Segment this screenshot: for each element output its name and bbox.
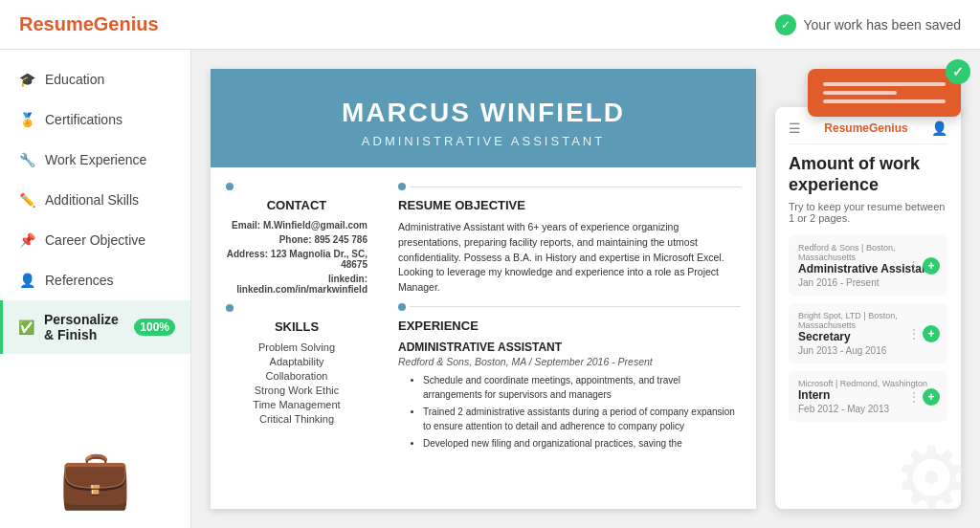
- saved-check-icon: ✓: [775, 14, 796, 35]
- more-options-icon-1[interactable]: ⋮: [907, 258, 921, 274]
- exp-bullet-3: Developed new filing and organizational …: [423, 436, 741, 451]
- additional-skills-icon: ✏️: [18, 191, 35, 209]
- resume-left-column: CONTACT Email: M.Winfield@gmail.com Phon…: [211, 167, 383, 469]
- job-entry-1[interactable]: Redford & Sons | Boston, Massachusetts A…: [789, 235, 947, 296]
- personalize-finish-icon: ✅: [18, 319, 34, 336]
- exp-bullet-1: Schedule and coordinate meetings, appoin…: [423, 373, 741, 402]
- exp-bullet-2: Trained 2 administrative assistants duri…: [423, 405, 741, 433]
- briefcase-icon: 💼: [15, 445, 175, 513]
- linkedin-item: linkedin: linkedin.com/in/markwinfield: [226, 274, 368, 295]
- skill-2: Adaptability: [226, 356, 368, 367]
- sidebar-bottom: 💼: [0, 429, 190, 528]
- job-entry-3[interactable]: Microsoft | Redmond, Washington Intern F…: [789, 371, 947, 422]
- skill-6: Critical Thinking: [226, 413, 368, 425]
- contact-divider: [226, 183, 368, 190]
- top-card-check-icon: ✓: [946, 59, 970, 84]
- logo: ResumeGenius: [19, 13, 159, 35]
- right-panel: ✓ ☰ ResumeGenius 👤 Amount of work experi…: [775, 69, 961, 509]
- skill-4: Strong Work Ethic: [226, 385, 368, 396]
- main-layout: 🎓 Education 🏅 Certifications 🔧 Work Expe…: [0, 50, 980, 528]
- saved-notice: ✓ Your work has been saved: [775, 14, 961, 35]
- add-job-icon-3[interactable]: +: [923, 388, 940, 406]
- certifications-icon: 🏅: [18, 111, 35, 128]
- resume-right-column: RESUME OBJECTIVE Administrative Assistan…: [383, 167, 756, 469]
- sidebar-label-education: Education: [45, 72, 104, 87]
- skill-1: Problem Solving: [226, 341, 368, 353]
- exp-company: Redford & Sons, Boston, MA / September 2…: [398, 356, 741, 367]
- experience-line: [410, 306, 741, 307]
- floating-top-card: ✓: [808, 69, 961, 117]
- experience-dot: [398, 303, 406, 311]
- experience-section-title: EXPERIENCE: [398, 319, 741, 333]
- skills-section-title: SKILLS: [226, 319, 368, 334]
- phone-item: Phone: 895 245 786: [226, 234, 368, 245]
- floating-line-1: [823, 82, 946, 86]
- email-item: Email: M.Winfield@gmail.com: [226, 220, 368, 231]
- sidebar-label-career-objective: Career Objective: [45, 232, 145, 248]
- sidebar-label-references: References: [45, 273, 114, 288]
- floating-line-2: [823, 91, 897, 95]
- sidebar-label-certifications: Certifications: [45, 112, 122, 127]
- mobile-panel-header: ☰ ResumeGenius 👤: [789, 121, 947, 144]
- gear-decoration-icon: ⚙: [893, 428, 961, 509]
- header: ResumeGenius ✓ Your work has been saved: [0, 0, 980, 50]
- skill-5: Time Management: [226, 399, 368, 410]
- exp-job-title: ADMINISTRATIVE ASSISTANT: [398, 341, 741, 354]
- floating-card-lines: [823, 82, 946, 103]
- resume-header-band: MARCUS WINFIELD ADMINISTRATIVE ASSISTANT: [211, 69, 756, 167]
- job-dates-2: Jun 2013 - Aug 2016: [798, 345, 938, 356]
- job-company-3: Microsoft | Redmond, Washington: [798, 379, 938, 388]
- address-item: Address: 123 Magnolia Dr., SC, 48675: [226, 249, 368, 270]
- sidebar-item-references[interactable]: 👤 References: [0, 260, 190, 300]
- sidebar: 🎓 Education 🏅 Certifications 🔧 Work Expe…: [0, 50, 191, 528]
- job-dates-1: Jan 2016 - Present: [798, 277, 938, 288]
- floating-line-3: [823, 99, 946, 103]
- career-objective-icon: 📌: [18, 231, 35, 249]
- resume-body: CONTACT Email: M.Winfield@gmail.com Phon…: [211, 167, 756, 469]
- sidebar-item-additional-skills[interactable]: ✏️ Additional Skills: [0, 180, 190, 220]
- objective-header-divider: [398, 183, 741, 190]
- job-entry-2[interactable]: Bright Spot, LTD | Boston, Massachusetts…: [789, 303, 947, 363]
- logo-text: Resume: [19, 13, 94, 35]
- panel-subtitle: Try to keep your resume between 1 or 2 p…: [789, 201, 947, 224]
- sidebar-item-certifications[interactable]: 🏅 Certifications: [0, 99, 190, 140]
- education-icon: 🎓: [18, 71, 35, 88]
- experience-header-divider: [398, 303, 741, 311]
- references-icon: 👤: [18, 272, 35, 289]
- content-area: MARCUS WINFIELD ADMINISTRATIVE ASSISTANT…: [191, 50, 980, 528]
- objective-section-title: RESUME OBJECTIVE: [398, 198, 741, 212]
- job-dates-3: Feb 2012 - May 2013: [798, 404, 938, 414]
- progress-badge: 100%: [134, 319, 175, 336]
- sidebar-item-work-experience[interactable]: 🔧 Work Experience: [0, 140, 190, 180]
- resume-preview: MARCUS WINFIELD ADMINISTRATIVE ASSISTANT…: [211, 69, 756, 509]
- mobile-panel: ☰ ResumeGenius 👤 Amount of work experien…: [775, 107, 961, 509]
- objective-text: Administrative Assistant with 6+ years o…: [398, 220, 741, 296]
- mobile-logo: ResumeGenius: [824, 121, 907, 135]
- resume-name: MARCUS WINFIELD: [230, 98, 737, 128]
- resume-job-title: ADMINISTRATIVE ASSISTANT: [230, 134, 737, 148]
- skill-3: Collaboration: [226, 370, 368, 382]
- skills-divider: [226, 304, 368, 312]
- skills-dot: [226, 304, 234, 312]
- sidebar-label-work-experience: Work Experience: [45, 152, 146, 167]
- mobile-user-icon[interactable]: 👤: [931, 121, 947, 136]
- contact-dot: [226, 183, 234, 190]
- logo-accent: Genius: [94, 13, 159, 35]
- saved-text: Your work has been saved: [804, 17, 961, 33]
- add-job-icon-2[interactable]: +: [923, 325, 940, 342]
- work-experience-icon: 🔧: [18, 151, 35, 168]
- add-job-icon-1[interactable]: +: [923, 257, 940, 275]
- sidebar-label-personalize-finish: Personalize & Finish: [44, 312, 124, 342]
- sidebar-label-additional-skills: Additional Skills: [45, 192, 139, 208]
- sidebar-item-education[interactable]: 🎓 Education: [0, 59, 190, 99]
- hamburger-icon[interactable]: ☰: [789, 121, 801, 136]
- panel-title: Amount of work experience: [789, 154, 947, 195]
- objective-dot: [398, 183, 406, 190]
- objective-line: [410, 187, 741, 187]
- more-options-icon-3[interactable]: ⋮: [907, 389, 921, 405]
- sidebar-item-personalize-finish[interactable]: ✅ Personalize & Finish 100%: [0, 300, 190, 354]
- more-options-icon-2[interactable]: ⋮: [907, 326, 921, 341]
- contact-section-title: CONTACT: [226, 198, 368, 212]
- sidebar-item-career-objective[interactable]: 📌 Career Objective: [0, 220, 190, 260]
